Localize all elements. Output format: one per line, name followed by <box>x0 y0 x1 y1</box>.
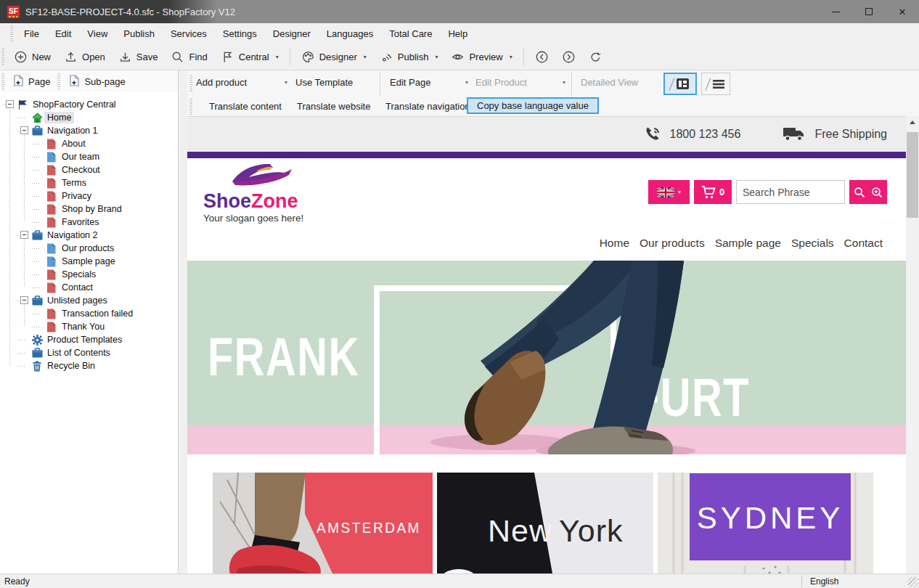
preview-scrollbar[interactable] <box>906 116 919 573</box>
tab-page[interactable]: Page <box>7 72 56 91</box>
collapse-expander[interactable] <box>20 231 28 239</box>
scrollbar-thumb[interactable] <box>907 132 918 218</box>
nav-link-sample-page[interactable]: Sample page <box>715 237 781 250</box>
tree-item-navigation-1[interactable]: Navigation 1 <box>0 124 178 137</box>
folder-icon <box>32 126 43 136</box>
scroll-up-icon[interactable] <box>906 116 919 128</box>
maximize-button[interactable] <box>852 0 886 23</box>
tab-sub-page[interactable]: Sub-page <box>63 72 131 91</box>
edit-page-button[interactable]: Edit Page ▾ <box>388 74 470 91</box>
menu-item-help[interactable]: Help <box>440 25 475 42</box>
open-button[interactable]: Open <box>57 46 112 68</box>
tree-item-shopfactory-central[interactable]: ShopFactory Central <box>0 98 178 111</box>
cart-button[interactable]: 0 <box>694 180 732 204</box>
tree-item-about[interactable]: About <box>0 137 178 150</box>
tree-item-navigation-2[interactable]: Navigation 2 <box>0 229 178 242</box>
menu-item-publish[interactable]: Publish <box>115 25 163 42</box>
tree-item-product-templates[interactable]: Product Templates <box>0 333 178 346</box>
tree-item-unlisted-pages[interactable]: Unlisted pages <box>0 294 178 307</box>
menu-item-file[interactable]: File <box>16 25 47 42</box>
splitter[interactable] <box>179 70 187 573</box>
list-view-toggle[interactable] <box>701 73 730 95</box>
tree-item-specials[interactable]: Specials <box>0 268 178 281</box>
tree-item-our-team[interactable]: Our team <box>0 150 178 163</box>
find-button[interactable]: Find <box>164 46 213 68</box>
tree-item-our-products[interactable]: Our products <box>0 242 178 255</box>
publish-button[interactable]: Publish▾ <box>373 46 445 68</box>
menu-item-view[interactable]: View <box>79 25 115 42</box>
tree-item-checkout[interactable]: Checkout <box>0 163 178 176</box>
new-plus-circle-icon <box>14 50 28 64</box>
panel-view-toggle[interactable] <box>663 73 697 95</box>
tree-item-privacy[interactable]: Privacy <box>0 189 178 203</box>
tree-item-favorites[interactable]: Favorites <box>0 216 178 229</box>
tree-connector <box>32 327 41 327</box>
edit-product-button[interactable]: Edit Product ▾ <box>474 74 567 91</box>
tree-item-list-of-contents[interactable]: List of Contents <box>0 346 178 359</box>
central-button[interactable]: Central▾ <box>214 46 285 68</box>
tree-item-thank-you[interactable]: Thank You <box>0 320 178 333</box>
detailed-view-button[interactable]: Detailed View <box>579 74 640 91</box>
search-input[interactable] <box>736 180 845 204</box>
hero-banner: FRANK FURT <box>187 261 906 454</box>
free-shipping-label: Free Shipping <box>814 128 887 141</box>
shoe-logo-icon <box>224 163 311 189</box>
card-new-york[interactable]: New York <box>437 473 653 573</box>
menu-item-total-care[interactable]: Total Care <box>381 25 440 42</box>
add-product-button[interactable]: Add product ▾ <box>195 74 289 91</box>
card-amsterdam[interactable]: AMSTERDAM <box>213 473 433 573</box>
tree-connector <box>32 157 41 158</box>
separator <box>801 576 802 587</box>
translate-navigation-button[interactable]: Translate navigation <box>383 99 473 113</box>
translate-website-button[interactable]: Translate website <box>294 99 373 113</box>
search-button[interactable] <box>849 180 887 204</box>
menu-item-services[interactable]: Services <box>163 25 215 42</box>
back-circle-icon-button[interactable] <box>528 46 555 68</box>
translate-content-button[interactable]: Translate content <box>206 99 285 113</box>
refresh-icon-button[interactable] <box>582 46 609 68</box>
tree-item-terms[interactable]: Terms <box>0 176 178 189</box>
collapse-expander[interactable] <box>20 296 28 304</box>
new-button[interactable]: New <box>7 46 57 68</box>
site-logo[interactable]: ShoeZone Your slogan goes here! <box>203 163 311 224</box>
tree-item-home[interactable]: Home <box>0 111 178 124</box>
nav-link-home[interactable]: Home <box>600 237 629 250</box>
chevron-down-icon: ▾ <box>678 189 681 195</box>
language-flag-button[interactable]: ▾ <box>648 180 690 204</box>
menu-item-languages[interactable]: Languages <box>319 25 381 42</box>
menu-item-edit[interactable]: Edit <box>47 25 79 42</box>
use-template-button[interactable]: Use Template <box>294 74 354 91</box>
cart-icon <box>701 186 716 199</box>
resize-grip-icon[interactable] <box>908 577 918 587</box>
designer-button[interactable]: Designer▾ <box>295 46 373 68</box>
designer-label: Designer <box>319 52 357 62</box>
tree-item-shop-by-brand[interactable]: Shop by Brand <box>0 203 178 216</box>
open-arrow-icon <box>64 50 78 64</box>
nav-link-specials[interactable]: Specials <box>791 237 834 250</box>
forward-circle-icon-button[interactable] <box>555 46 582 68</box>
preview-button[interactable]: Preview▾ <box>444 46 518 68</box>
menu-item-designer[interactable]: Designer <box>265 25 319 42</box>
tree-label: Favorites <box>59 216 102 228</box>
card-sydney[interactable]: SYDNEY <box>658 473 873 573</box>
tree-item-recycle-bin[interactable]: Recycle Bin <box>0 359 178 372</box>
close-button[interactable]: ✕ <box>886 0 919 23</box>
website-preview: 1800 123 456 Free Shipping ShoeZone <box>187 116 906 573</box>
app-window: SF SF12-BASE-PROJECT-4.0.sfc - ShopFacto… <box>0 0 919 588</box>
collapse-expander[interactable] <box>6 100 14 108</box>
save-button[interactable]: Save <box>112 46 165 68</box>
tree-item-transaction-failed[interactable]: Transaction failed <box>0 307 178 320</box>
nav-link-our-products[interactable]: Our products <box>640 237 705 250</box>
minimize-button[interactable] <box>819 0 852 23</box>
copy-base-language-value-button[interactable]: Copy base language value <box>467 97 599 114</box>
collapse-expander[interactable] <box>20 126 28 134</box>
city-cards: AMSTERDAM New York <box>187 454 906 573</box>
tree-item-sample-page[interactable]: Sample page <box>0 255 178 268</box>
forward-circle-icon <box>562 50 576 64</box>
chevron-down-icon: ▾ <box>465 79 468 86</box>
menu-item-settings[interactable]: Settings <box>215 25 265 42</box>
tree-item-contact[interactable]: Contact <box>0 281 178 294</box>
nav-link-contact[interactable]: Contact <box>844 237 883 250</box>
open-label: Open <box>82 52 105 62</box>
toolbar-grip <box>189 99 192 115</box>
